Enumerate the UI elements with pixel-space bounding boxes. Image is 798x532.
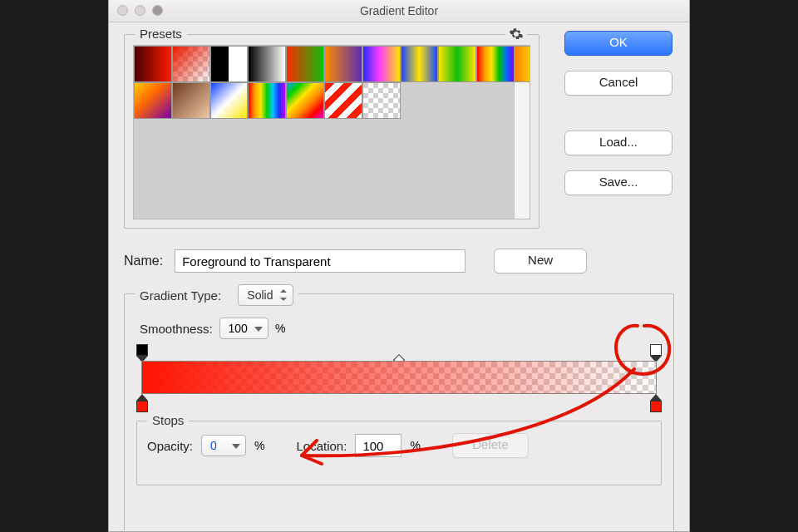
opacity-select[interactable]: 0 xyxy=(201,435,246,456)
gradient-type-group: Gradient Type: Solid Smoothness: 100 xyxy=(124,293,674,532)
window-traffic-lights xyxy=(117,5,163,16)
chevron-down-icon xyxy=(232,442,240,449)
gradient-type-label: Gradient Type: xyxy=(140,288,221,303)
preset-swatch[interactable] xyxy=(286,46,324,82)
preset-swatch[interactable] xyxy=(476,46,515,82)
preset-swatch[interactable] xyxy=(515,46,530,82)
stops-legend: Stops xyxy=(147,413,189,427)
percent-sign: % xyxy=(410,439,420,452)
opacity-stop-right[interactable] xyxy=(650,344,662,362)
preset-swatch[interactable] xyxy=(134,46,172,82)
preset-swatch[interactable] xyxy=(134,82,172,119)
stops-group: Stops Opacity: 0 % Location: xyxy=(136,421,662,485)
presets-legend: Presets xyxy=(135,27,187,41)
ok-button[interactable]: OK xyxy=(564,31,672,56)
preset-swatch[interactable] xyxy=(172,46,210,82)
color-stop-right[interactable] xyxy=(650,394,662,412)
color-stop-left[interactable] xyxy=(136,394,148,412)
presets-menu-gear-icon[interactable] xyxy=(505,27,527,42)
opacity-stop-left[interactable] xyxy=(136,344,148,362)
opacity-value: 0 xyxy=(210,439,225,452)
preset-swatch[interactable] xyxy=(362,82,401,119)
titlebar: Gradient Editor xyxy=(109,0,689,22)
minimize-window-icon[interactable] xyxy=(135,5,145,16)
smoothness-select[interactable]: 100 xyxy=(219,318,268,339)
gradient-type-value: Solid xyxy=(247,288,273,302)
preset-swatch[interactable] xyxy=(210,82,249,119)
load-button[interactable]: Load... xyxy=(564,131,672,155)
presets-list xyxy=(133,45,530,219)
preset-swatch[interactable] xyxy=(362,46,401,82)
name-label: Name: xyxy=(124,254,163,268)
name-row: Name: New xyxy=(124,249,674,273)
percent-sign: % xyxy=(254,439,264,452)
gradient-type-select[interactable]: Solid xyxy=(238,284,293,306)
smoothness-label: Smoothness: xyxy=(140,322,213,336)
preset-swatch[interactable] xyxy=(248,46,286,82)
gradient-bar[interactable] xyxy=(136,347,662,414)
preset-swatch[interactable] xyxy=(286,82,324,119)
preset-swatch[interactable] xyxy=(438,46,476,82)
save-button[interactable]: Save... xyxy=(564,170,672,195)
presets-group: Presets xyxy=(124,34,539,229)
chevron-updown-icon xyxy=(279,289,288,301)
chevron-down-icon xyxy=(254,325,263,332)
name-input[interactable] xyxy=(175,249,466,273)
opacity-label: Opacity: xyxy=(147,439,193,453)
preset-swatch[interactable] xyxy=(324,46,362,82)
close-window-icon[interactable] xyxy=(117,5,128,16)
new-button[interactable]: New xyxy=(494,249,587,273)
percent-sign: % xyxy=(275,322,285,335)
location-input[interactable] xyxy=(355,434,401,457)
preset-swatch[interactable] xyxy=(210,46,249,82)
preset-swatch[interactable] xyxy=(324,82,362,119)
smoothness-value: 100 xyxy=(229,322,248,335)
gradient-preview[interactable] xyxy=(141,361,657,394)
smoothness-row: Smoothness: 100 % xyxy=(140,318,662,339)
cancel-button[interactable]: Cancel xyxy=(564,71,672,96)
location-label: Location: xyxy=(296,439,347,453)
zoom-window-icon[interactable] xyxy=(152,5,163,16)
preset-swatch[interactable] xyxy=(248,82,286,119)
window-title: Gradient Editor xyxy=(360,4,438,17)
delete-stop-button: Delete xyxy=(452,433,529,458)
dialog-button-column: OK Cancel Load... Save... xyxy=(564,31,672,195)
preset-swatch[interactable] xyxy=(401,46,439,82)
preset-swatch[interactable] xyxy=(172,82,210,119)
gradient-editor-dialog: Gradient Editor OK Cancel Load... Save..… xyxy=(108,0,690,532)
